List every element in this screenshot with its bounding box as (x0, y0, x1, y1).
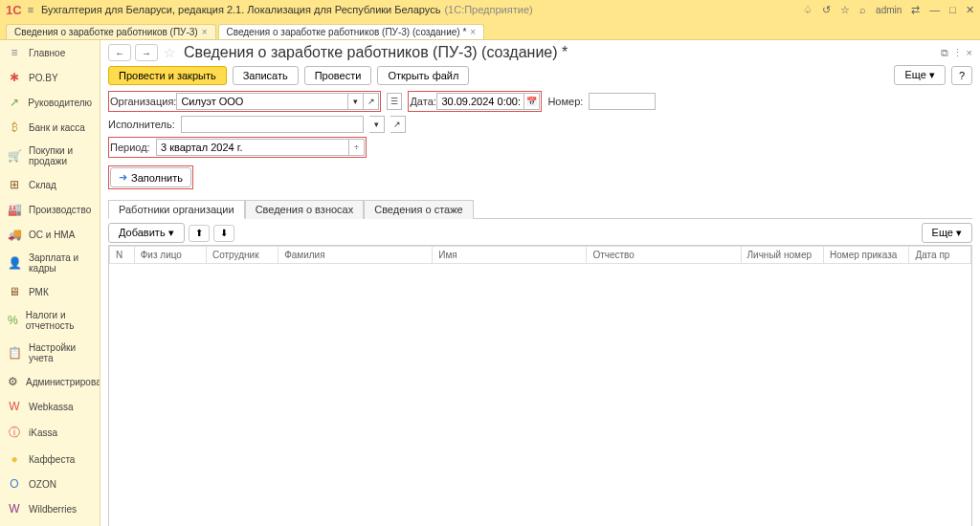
col-header[interactable]: Личный номер (741, 247, 823, 264)
dropdown-icon[interactable]: ▾ (369, 116, 385, 133)
sidebar-label: ОС и НМА (29, 230, 75, 240)
back-button[interactable]: ← (108, 44, 131, 61)
open-ref-icon[interactable]: ↗ (364, 93, 379, 110)
sidebar-icon: ⚙ (8, 375, 18, 388)
open-file-button[interactable]: Открыть файл (377, 66, 469, 85)
sidebar-label: iKassa (29, 427, 57, 438)
hamburger-icon[interactable]: ≡ (28, 4, 33, 15)
sidebar-item-9[interactable]: 🖥РМК (0, 279, 100, 304)
sidebar-item-3[interactable]: ₿Банк и касса (0, 115, 100, 140)
sidebar-label: Каффеста (29, 454, 75, 465)
fill-button[interactable]: ➜ Заполнить (110, 167, 191, 187)
sidebar-item-14[interactable]: ⓘiKassa (0, 419, 100, 447)
app-subtitle: (1С:Предприятие) (444, 4, 532, 15)
settings-icon[interactable]: ⇄ (911, 4, 920, 16)
col-header[interactable]: Имя (433, 247, 587, 264)
sidebar-item-17[interactable]: WWildberries (0, 496, 100, 521)
maximize-icon[interactable]: □ (949, 4, 956, 15)
sidebar-icon: W (8, 400, 21, 413)
sidebar-label: PO.BY (29, 73, 58, 83)
app-logo: 1C (6, 3, 22, 17)
org-field[interactable] (176, 93, 348, 110)
post-and-close-button[interactable]: Провести и закрыть (108, 66, 227, 85)
calendar-icon[interactable]: 📅 (524, 93, 540, 110)
tab-contributions[interactable]: Сведения о взносах (245, 200, 365, 219)
number-field[interactable] (589, 93, 656, 110)
list-icon[interactable]: ☰ (387, 93, 402, 110)
favorite-icon[interactable]: ☆ (164, 45, 176, 60)
add-row-button[interactable]: Добавить ▾ (108, 223, 185, 243)
col-header[interactable]: Фамилия (278, 247, 433, 264)
date-field[interactable] (436, 93, 524, 110)
more-button[interactable]: Еще ▾ (894, 65, 945, 85)
sidebar-icon: ● (8, 452, 21, 466)
sidebar-label: РМК (29, 287, 49, 297)
help-button[interactable]: ? (951, 66, 972, 85)
close-tab-icon[interactable]: × (470, 27, 476, 37)
doc-tab-label: Сведения о заработке работников (ПУ-3) (14, 27, 198, 37)
save-button[interactable]: Записать (233, 66, 299, 85)
doc-tab-0[interactable]: Сведения о заработке работников (ПУ-3) × (6, 24, 216, 39)
sidebar-item-0[interactable]: ≡Главное (0, 40, 100, 65)
search-icon[interactable]: ⌕ (859, 4, 866, 15)
tab-experience[interactable]: Сведения о стаже (364, 200, 474, 219)
sidebar-icon: ≡ (8, 46, 21, 59)
sidebar-label: Администрирование (26, 377, 100, 387)
sidebar-item-16[interactable]: OOZON (0, 471, 100, 496)
doc-tab-label: Сведения о заработке работников (ПУ-3) (… (227, 27, 467, 37)
kebab-icon[interactable]: ⋮ (952, 47, 963, 59)
app-title: Бухгалтерия для Беларуси, редакция 2.1. … (41, 4, 440, 15)
minimize-icon[interactable]: — (929, 4, 940, 15)
sidebar-item-1[interactable]: ✱PO.BY (0, 65, 100, 90)
post-button[interactable]: Провести (304, 66, 372, 85)
sidebar-item-7[interactable]: 🚚ОС и НМА (0, 222, 100, 247)
history-icon[interactable]: ↺ (822, 4, 831, 16)
close-tab-icon[interactable]: × (202, 27, 208, 37)
sidebar-label: Производство (29, 205, 91, 215)
sidebar-item-8[interactable]: 👤Зарплата и кадры (0, 247, 100, 279)
table-more-button[interactable]: Еще ▾ (922, 223, 972, 243)
sidebar-item-6[interactable]: 🏭Производство (0, 197, 100, 222)
executor-label: Исполнитель: (108, 119, 175, 130)
executor-field[interactable] (181, 116, 364, 133)
sidebar-label: Банк и касса (29, 122, 85, 133)
sidebar-icon: 👤 (8, 256, 21, 270)
col-header[interactable]: Отчество (587, 247, 741, 264)
sidebar-item-10[interactable]: %Налоги и отчетность (0, 304, 100, 337)
user-label[interactable]: admin (876, 5, 902, 15)
sidebar-label: Склад (29, 180, 56, 190)
col-header[interactable]: Дата пр (909, 247, 971, 264)
period-label: Период: (110, 142, 156, 153)
move-up-button[interactable]: ⬆ (189, 225, 210, 242)
sidebar-item-12[interactable]: ⚙Администрирование (0, 369, 100, 394)
col-header[interactable]: Сотрудник (206, 247, 278, 264)
bell-icon[interactable]: ♤ (803, 4, 813, 16)
sidebar-label: OZON (29, 479, 56, 490)
stepper-icon[interactable]: ÷ (349, 139, 365, 156)
star-icon[interactable]: ☆ (840, 4, 850, 16)
col-header[interactable]: Физ лицо (134, 247, 206, 264)
move-down-button[interactable]: ⬇ (213, 225, 234, 242)
col-header[interactable]: N (110, 247, 135, 264)
tab-employees[interactable]: Работники организации (108, 200, 245, 219)
sidebar-item-11[interactable]: 📋Настройки учета (0, 337, 100, 369)
period-field[interactable] (156, 139, 349, 156)
sidebar-label: Зарплата и кадры (29, 252, 92, 274)
sidebar-item-4[interactable]: 🛒Покупки и продажи (0, 140, 100, 172)
col-header[interactable]: Номер приказа (824, 247, 909, 264)
sidebar-icon: ₿ (8, 121, 21, 134)
sidebar-item-5[interactable]: ⊞Склад (0, 172, 100, 197)
sidebar-item-2[interactable]: ↗Руководителю (0, 90, 100, 115)
close-panel-icon[interactable]: × (967, 47, 972, 59)
sidebar-item-15[interactable]: ●Каффеста (0, 447, 100, 471)
open-ref-icon[interactable]: ↗ (390, 116, 406, 133)
number-label: Номер: (547, 96, 583, 107)
dropdown-icon[interactable]: ▾ (348, 93, 364, 110)
forward-button[interactable]: → (135, 44, 158, 61)
sidebar-icon: 🚚 (8, 228, 21, 241)
doc-tab-1[interactable]: Сведения о заработке работников (ПУ-3) (… (218, 24, 485, 39)
link-icon[interactable]: ⧉ (941, 47, 948, 59)
sidebar-item-13[interactable]: WWebkassa (0, 394, 100, 419)
close-icon[interactable]: ✕ (966, 4, 974, 16)
sidebar-label: Налоги и отчетность (26, 310, 92, 331)
